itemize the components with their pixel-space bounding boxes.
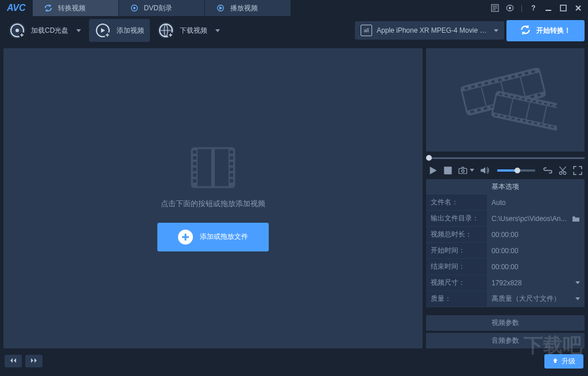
tab-convert[interactable]: 转换视频 <box>33 0 119 16</box>
svg-rect-26 <box>230 173 233 177</box>
prop-label: 输出文件目录： <box>426 211 487 226</box>
play-icon <box>216 4 225 12</box>
button-label: 添加视频 <box>117 26 144 36</box>
prop-label: 结束时间： <box>426 259 487 274</box>
svg-point-86 <box>462 169 465 172</box>
expand-right-button[interactable] <box>25 355 42 367</box>
drop-hint: 点击下面的按钮或拖放添加视频 <box>161 199 265 209</box>
stop-button[interactable] <box>443 166 452 175</box>
snapshot-button[interactable] <box>458 166 467 175</box>
chevron-down-icon <box>575 297 580 300</box>
load-cd-button[interactable]: 加载CD光盘 <box>3 19 87 42</box>
prop-label: 视频总时长： <box>426 227 487 242</box>
svg-rect-20 <box>193 173 196 177</box>
svg-point-6 <box>16 29 19 32</box>
outdir-value[interactable]: C:\Users\pc\Videos\An... <box>487 211 585 226</box>
video-drop-area[interactable]: 点击下面的按钮或拖放添加视频 添加或拖放文件 <box>3 48 423 348</box>
start-convert-button[interactable]: 开始转换！ <box>506 20 585 41</box>
format-all-icon: all <box>361 25 372 36</box>
start-time-value[interactable]: 00:00:00 <box>487 243 585 258</box>
button-label: 升级 <box>562 356 575 366</box>
folder-icon[interactable] <box>572 215 580 222</box>
filmstrip-icon <box>187 146 239 189</box>
disc-icon <box>130 4 138 12</box>
end-time-value[interactable]: 00:00:00 <box>487 259 585 274</box>
video-plus-icon <box>95 22 111 38</box>
tab-label: 播放视频 <box>230 3 258 13</box>
svg-point-1 <box>133 7 135 9</box>
button-label: 添加或拖放文件 <box>200 232 248 242</box>
help-icon[interactable]: ? <box>529 4 537 12</box>
svg-rect-22 <box>230 150 233 154</box>
prop-label: 视频尺寸： <box>426 275 487 290</box>
maximize-icon[interactable] <box>559 4 567 12</box>
svg-rect-24 <box>230 162 233 165</box>
props-header: 基本选项 <box>426 179 585 195</box>
svg-point-87 <box>559 172 562 175</box>
prop-label: 文件名： <box>426 195 487 210</box>
svg-rect-23 <box>230 156 233 160</box>
close-icon[interactable] <box>574 4 582 12</box>
chevron-down-icon <box>494 29 498 32</box>
video-size-select[interactable]: 1792x828 <box>487 275 585 290</box>
chevron-down-icon <box>575 281 580 284</box>
button-label: 加载CD光盘 <box>31 26 68 36</box>
globe-plus-icon <box>158 22 174 38</box>
output-profile-select[interactable]: all Apple iPhone XR MPEG-4 Movie (*.m... <box>355 21 504 40</box>
up-arrow-icon <box>552 357 558 365</box>
svg-rect-84 <box>444 166 451 174</box>
slider-thumb[interactable] <box>426 155 432 161</box>
profile-label: Apple iPhone XR MPEG-4 Movie (*.m... <box>377 26 487 34</box>
quality-select[interactable]: 高质量（大尺寸文件） <box>487 291 585 307</box>
plus-circle-icon <box>178 230 193 245</box>
svg-line-53 <box>481 87 486 106</box>
volume-slider[interactable] <box>497 169 535 172</box>
expand-icon[interactable] <box>573 166 582 175</box>
tab-play[interactable]: 播放视频 <box>205 0 291 16</box>
svg-rect-17 <box>193 156 196 160</box>
play-button[interactable] <box>428 166 438 175</box>
app-logo: AVC <box>0 3 33 13</box>
video-params-accordion[interactable]: 视频参数 <box>426 315 585 331</box>
filename-value[interactable]: Auto <box>487 195 585 210</box>
add-video-button[interactable]: 添加视频 <box>89 19 150 42</box>
volume-icon[interactable] <box>480 166 489 175</box>
chevron-down-icon <box>76 29 81 32</box>
prop-label: 质量： <box>426 291 487 307</box>
refresh-icon <box>520 25 531 37</box>
cut-icon[interactable] <box>558 166 567 175</box>
tab-label: 转换视频 <box>58 3 86 13</box>
svg-rect-19 <box>193 168 196 171</box>
refresh-icon <box>44 4 52 12</box>
gear-icon[interactable] <box>506 4 514 12</box>
svg-rect-18 <box>193 162 196 165</box>
minimize-icon[interactable] <box>544 4 552 12</box>
filmreel-icon <box>454 60 557 140</box>
svg-rect-16 <box>193 150 196 154</box>
svg-rect-21 <box>193 179 196 183</box>
tab-dvd[interactable]: DVD刻录 <box>119 0 205 16</box>
svg-rect-15 <box>211 148 215 187</box>
audio-params-accordion[interactable]: 音频参数 <box>426 333 585 348</box>
svg-rect-25 <box>230 168 233 171</box>
tab-label: DVD刻录 <box>144 3 172 13</box>
download-video-button[interactable]: 下载视频 <box>152 19 226 42</box>
upgrade-button[interactable]: 升级 <box>544 354 583 369</box>
collapse-left-button[interactable] <box>5 355 22 367</box>
list-icon[interactable] <box>491 4 499 12</box>
svg-point-88 <box>563 172 566 175</box>
preview-panel <box>426 48 585 152</box>
link-icon[interactable] <box>543 166 552 175</box>
button-label: 开始转换！ <box>536 26 571 36</box>
chevron-down-icon <box>215 29 220 32</box>
seek-slider[interactable] <box>426 155 585 161</box>
svg-rect-85 <box>459 168 467 173</box>
button-label: 下载视频 <box>180 26 207 36</box>
svg-rect-27 <box>230 179 233 183</box>
chevron-down-icon[interactable] <box>470 169 474 172</box>
total-duration-value: 00:00:00 <box>487 227 585 242</box>
svg-line-55 <box>520 77 525 96</box>
add-file-button[interactable]: 添加或拖放文件 <box>157 223 269 251</box>
svg-rect-4 <box>560 5 566 11</box>
prop-label: 开始时间： <box>426 243 487 258</box>
